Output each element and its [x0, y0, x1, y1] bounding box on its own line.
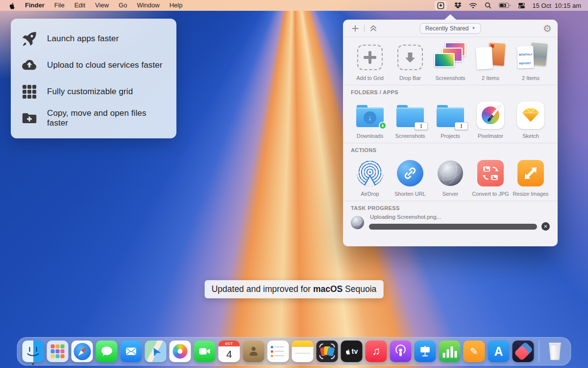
action-label: Convert to JPG	[472, 191, 509, 197]
podcasts-icon	[394, 344, 408, 358]
caption-text: Updated and improved for	[212, 284, 313, 294]
action-label: Resize Images	[513, 191, 549, 197]
dock-item-pages[interactable]: ✎	[464, 341, 485, 362]
globe-icon	[438, 160, 463, 186]
dock-item-shortcuts[interactable]	[513, 341, 534, 362]
launchpad-grid-icon	[51, 344, 65, 358]
apple-menu-icon[interactable]	[0, 2, 20, 9]
dock-item-finder[interactable]	[23, 341, 44, 362]
folder-item-label: Projects	[441, 133, 460, 139]
dock-item-music[interactable]: ♫	[366, 341, 387, 362]
grid-icon	[20, 85, 39, 99]
dock-item-facetime[interactable]	[194, 341, 216, 362]
upload-globe-icon	[351, 216, 364, 229]
menu-item-finder[interactable]: Finder	[20, 0, 49, 11]
folder-item-label: Downloads	[357, 133, 383, 139]
action-item-shorten-url[interactable]: Shorten URL	[391, 158, 429, 197]
action-item-resize-images[interactable]: Resize Images	[512, 158, 550, 197]
action-item-convert-to-jpg[interactable]: Convert to JPG	[471, 158, 510, 197]
rename-cursor-badge: I	[455, 122, 468, 130]
document-stack-icon	[471, 42, 510, 73]
dock-item-podcasts[interactable]	[390, 341, 412, 362]
dock-item-maps[interactable]	[145, 341, 167, 362]
trash-bin-icon	[548, 343, 562, 360]
menu-bar: Finder File Edit View Go Window Help	[0, 0, 588, 11]
app-store-a-glyph: A	[494, 344, 503, 359]
music-note-icon: ♫	[372, 345, 380, 358]
wifi-icon[interactable]	[469, 2, 477, 9]
grid-item-2-items-b[interactable]: MONTHLY REPORT 2 Items	[512, 42, 550, 81]
app-item-pixelmator[interactable]: Pixelmator	[471, 100, 510, 139]
airdrop-icon	[357, 160, 383, 186]
menu-item-window[interactable]: Window	[132, 0, 164, 11]
control-center-icon[interactable]	[518, 2, 525, 9]
grid-item-2-items-a[interactable]: 2 Items	[471, 42, 510, 81]
feature-row: Copy, move and open files faster	[20, 105, 168, 131]
dock-item-launchpad[interactable]	[47, 341, 69, 362]
dock-item-keynote[interactable]	[415, 341, 436, 362]
menu-item-file[interactable]: File	[49, 0, 70, 11]
dock-item-reminders[interactable]	[268, 341, 289, 362]
convert-images-icon	[477, 160, 504, 186]
battery-icon[interactable]	[499, 2, 511, 8]
dock-item-numbers[interactable]	[439, 341, 461, 362]
collapse-icon[interactable]	[367, 25, 380, 32]
caption-text: Sequoia	[343, 284, 376, 294]
dock-item-notes[interactable]	[292, 341, 314, 362]
gear-icon[interactable]: ⚙	[543, 24, 552, 33]
sketch-icon	[517, 102, 544, 129]
tv-label: tv	[351, 347, 358, 355]
dock-item-doc-scanner[interactable]	[317, 341, 338, 362]
dropbox-icon[interactable]	[454, 2, 462, 9]
dock-item-contacts[interactable]	[243, 341, 265, 362]
compass-icon	[74, 343, 91, 360]
app-item-sketch[interactable]: Sketch	[512, 100, 550, 139]
dock-item-safari[interactable]	[72, 341, 93, 362]
photo-stack-icon	[431, 42, 469, 73]
grid-item-screenshots[interactable]: Screenshots	[431, 42, 469, 81]
spotlight-search-icon[interactable]	[485, 2, 491, 9]
folder-item-downloads[interactable]: Downloads	[351, 100, 389, 139]
action-label: Shorten URL	[394, 191, 426, 197]
feature-row: Fully customizable grid	[20, 79, 168, 105]
add-icon[interactable]	[349, 25, 362, 32]
calendar-month: OCT	[219, 341, 240, 346]
menu-item-help[interactable]: Help	[165, 0, 188, 11]
menu-item-edit[interactable]: Edit	[70, 0, 90, 11]
menu-item-view[interactable]: View	[90, 0, 114, 11]
caption-banner: Updated and improved for macOS Sequoia	[205, 280, 384, 298]
notes-header	[292, 341, 314, 347]
app-item-label: Pixelmator	[478, 133, 503, 139]
menu-item-go[interactable]: Go	[114, 0, 132, 11]
dock-item-mail[interactable]	[121, 341, 142, 362]
folder-item-label: Screenshots	[395, 133, 425, 139]
dropzone-panel: Recently Shared ▼ ⚙ Add to Grid Drop Bar	[343, 20, 558, 246]
recently-shared-dropdown[interactable]: Recently Shared ▼	[420, 23, 481, 34]
folder-item-screenshots[interactable]: I Screenshots	[391, 100, 429, 139]
calendar-day: 4	[219, 346, 240, 362]
menu-time: 10:15 am	[555, 2, 581, 9]
dock-item-calendar[interactable]: OCT 4	[219, 341, 240, 362]
section-title-tasks: TASK PROGRESS	[351, 203, 550, 211]
dropzone-menu-icon[interactable]	[435, 1, 447, 10]
action-item-airdrop[interactable]: AirDrop	[351, 158, 389, 197]
pen-icon: ✎	[470, 345, 478, 357]
dock-item-photos[interactable]	[170, 341, 191, 362]
grid-item-drop-bar[interactable]: Drop Bar	[391, 42, 429, 81]
cancel-task-button[interactable]: ✕	[541, 222, 550, 231]
task-row: Uploading Screenshot.png... ✕	[351, 214, 550, 231]
section-title-folders: FOLDERS / APPS	[343, 85, 558, 95]
menu-clock[interactable]: 15 Oct 10:15 am	[533, 2, 582, 9]
cloud-upload-icon	[20, 57, 39, 74]
dock-item-apple-tv[interactable]: tv	[341, 341, 363, 362]
dock-item-app-store[interactable]: A	[488, 341, 510, 362]
downloads-folder-icon	[356, 107, 384, 127]
folder-item-projects[interactable]: I Projects	[431, 100, 469, 139]
drop-grid-row: Add to Grid Drop Bar Screenshots 2 I	[343, 37, 558, 85]
action-item-server[interactable]: Server	[431, 158, 469, 197]
dock-item-trash[interactable]	[544, 341, 566, 362]
grid-item-add-to-grid[interactable]: Add to Grid	[351, 42, 389, 81]
caption-bold: macOS	[313, 284, 343, 294]
dock-item-messages[interactable]	[96, 341, 118, 362]
feature-label: Upload to cloud services faster	[47, 60, 163, 70]
